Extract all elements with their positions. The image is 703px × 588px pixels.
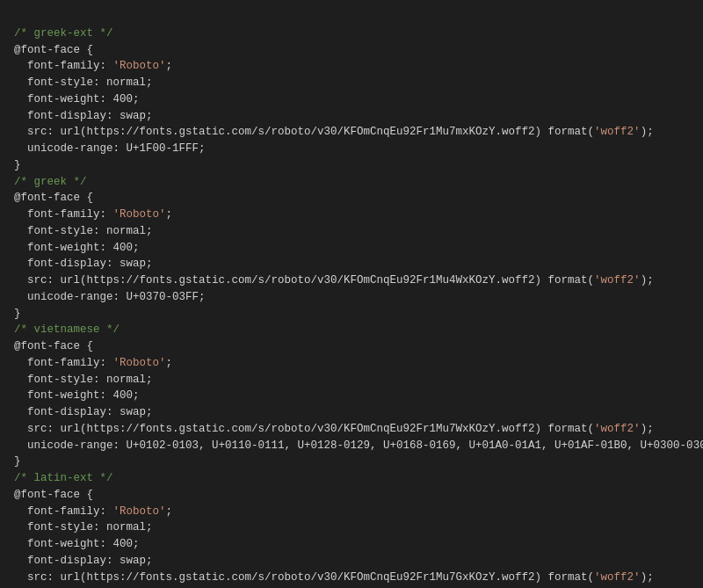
font-style-prop-3: font-style: normal; (14, 374, 153, 386)
font-weight-prop-2: font-weight: 400; (14, 242, 140, 254)
font-weight-prop-3: font-weight: 400; (14, 389, 140, 402)
font-weight-prop-1: font-weight: 400; (14, 93, 140, 105)
font-family-prop-1: font-family: 'Roboto'; (14, 60, 172, 72)
font-family-prop-4: font-family: 'Roboto'; (14, 505, 172, 518)
at-rule-greek: @font-face { (14, 192, 93, 204)
src-prop-3: src: url(https://fonts.gstatic.com/s/rob… (14, 423, 654, 435)
at-rule-vietnamese: @font-face { (14, 340, 93, 352)
font-display-prop-4: font-display: swap; (14, 555, 153, 567)
font-style-prop-2: font-style: normal; (14, 225, 153, 237)
font-style-prop-1: font-style: normal; (14, 76, 153, 89)
unicode-range-prop-3: unicode-range: U+0102-0103, U+0110-0111,… (14, 439, 703, 452)
font-family-prop-2: font-family: 'Roboto'; (14, 208, 172, 221)
comment-vietnamese: /* vietnamese */ (14, 323, 120, 336)
close-brace-1: } (14, 159, 21, 171)
at-rule-greek-ext: @font-face { (14, 44, 93, 56)
src-prop-2: src: url(https://fonts.gstatic.com/s/rob… (14, 274, 654, 287)
font-display-prop-3: font-display: swap; (14, 406, 153, 418)
font-family-prop-3: font-family: 'Roboto'; (14, 357, 172, 369)
unicode-range-prop-2: unicode-range: U+0370-03FF; (14, 291, 206, 303)
src-prop-4: src: url(https://fonts.gstatic.com/s/rob… (14, 571, 654, 584)
src-prop-1: src: url(https://fonts.gstatic.com/s/rob… (14, 126, 654, 138)
comment-greek: /* greek */ (14, 176, 87, 188)
comment-greek-ext: /* greek-ext */ (14, 27, 113, 40)
font-weight-prop-4: font-weight: 400; (14, 538, 140, 550)
close-brace-3: } (14, 455, 21, 468)
comment-latin-ext: /* latin-ext */ (14, 472, 113, 484)
font-display-prop-2: font-display: swap; (14, 258, 153, 270)
code-viewer: /* greek-ext */ @font-face { font-family… (14, 9, 689, 588)
unicode-range-prop-1: unicode-range: U+1F00-1FFF; (14, 142, 206, 155)
close-brace-2: } (14, 308, 21, 320)
font-style-prop-4: font-style: normal; (14, 521, 153, 534)
font-display-prop-1: font-display: swap; (14, 110, 153, 122)
at-rule-latin-ext: @font-face { (14, 489, 93, 501)
